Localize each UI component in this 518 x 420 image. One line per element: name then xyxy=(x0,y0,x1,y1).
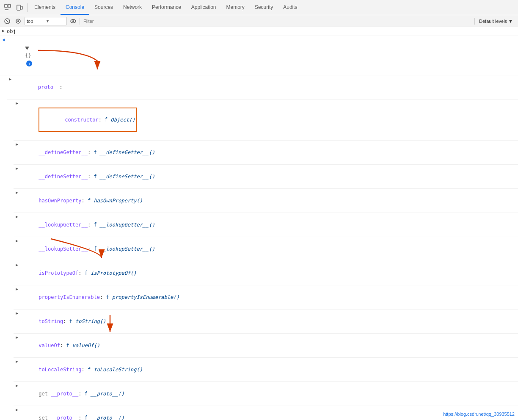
svg-rect-0 xyxy=(5,5,7,7)
filter-separator-2 xyxy=(474,18,475,25)
toLocaleString-arrow[interactable]: ▶ xyxy=(14,358,20,364)
obj-info-badge[interactable]: i xyxy=(26,61,32,66)
defineSetter-content: __defineSetter__: f __defineSetter__() xyxy=(20,165,516,188)
lookupGetter-arrow[interactable]: ▶ xyxy=(14,213,20,219)
svg-rect-3 xyxy=(17,5,20,10)
log-line-constructor-object: ▶ constructor: f Object() xyxy=(14,99,518,141)
svg-point-10 xyxy=(72,20,74,22)
set-proto-arrow[interactable]: ▶ xyxy=(14,406,20,412)
log-line-lookupGetter: ▶ __lookupGetter__: f __lookupGetter__() xyxy=(14,213,518,237)
obj-collapse-triangle[interactable] xyxy=(25,47,29,50)
svg-point-8 xyxy=(17,20,19,22)
context-dropdown-label: top xyxy=(27,19,46,24)
inspect-element-btn[interactable] xyxy=(2,2,14,14)
log-line-valueOf: ▶ valueOf: f valueOf() xyxy=(14,334,518,358)
constructor-object-box: constructor: f Object() xyxy=(39,108,137,132)
tab-elements[interactable]: Elements xyxy=(29,0,61,15)
context-dropdown[interactable]: top ▼ xyxy=(25,17,67,25)
toolbar-divider xyxy=(27,3,28,12)
clear-console-btn[interactable] xyxy=(3,17,12,26)
default-levels-label: Default levels xyxy=(479,19,507,24)
defineGetter-content: __defineGetter__: f __defineGetter__() xyxy=(20,141,516,164)
obj-label: obj xyxy=(7,28,516,35)
eye-icon-btn[interactable] xyxy=(69,17,78,26)
toString-content: toString: f toString() xyxy=(20,310,516,333)
url-bar: https://blog.csdn.net/qq_30935512 xyxy=(443,412,515,417)
back-arrow-obj[interactable]: ◀ xyxy=(0,36,7,42)
svg-rect-1 xyxy=(8,5,11,7)
tab-sources[interactable]: Sources xyxy=(89,0,118,15)
valueOf-arrow[interactable]: ▶ xyxy=(14,334,20,340)
console-toolbar: top ▼ Default levels ▼ xyxy=(0,15,518,27)
default-levels-btn[interactable]: Default levels ▼ xyxy=(477,17,515,25)
log-line-set-proto: ▶ set __proto__: f __proto__() xyxy=(14,406,518,420)
svg-line-6 xyxy=(6,20,8,22)
filter-input[interactable] xyxy=(82,17,473,25)
isPrototypeOf-content: isPrototypeOf: f isPrototypeOf() xyxy=(20,262,516,285)
tab-audits[interactable]: Audits xyxy=(278,0,302,15)
lookupSetter-arrow[interactable]: ▶ xyxy=(14,238,20,243)
propertyIsEnumerable-content: propertyIsEnumerable: f propertyIsEnumer… xyxy=(20,286,516,309)
hasOwnProperty-arrow[interactable]: ▶ xyxy=(14,189,20,195)
log-line-isPrototypeOf: ▶ isPrototypeOf: f isPrototypeOf() xyxy=(14,261,518,285)
tab-console[interactable]: Console xyxy=(61,0,89,15)
set-proto-content: set __proto__: f __proto__() xyxy=(20,406,516,420)
isPrototypeOf-arrow[interactable]: ▶ xyxy=(14,262,20,267)
console-content: ▶ obj ◀ {} i ▶ __proto__: ▶ constructor:… xyxy=(0,27,518,420)
tab-list: Elements Console Sources Network Perform… xyxy=(29,0,516,15)
get-proto-arrow[interactable]: ▶ xyxy=(14,382,20,388)
svg-rect-4 xyxy=(21,6,22,9)
constructor-object-content: constructor: f Object() xyxy=(20,100,516,140)
tab-security[interactable]: Security xyxy=(250,0,278,15)
log-line-obj: ▶ obj xyxy=(0,27,518,36)
propertyIsEnumerable-arrow[interactable]: ▶ xyxy=(14,286,20,291)
log-line-defineGetter: ▶ __defineGetter__: f __defineGetter__() xyxy=(14,141,518,165)
tab-memory[interactable]: Memory xyxy=(221,0,250,15)
log-line-lookupSetter: ▶ __lookupSetter__: f __lookupSetter__() xyxy=(14,237,518,261)
defineGetter-arrow[interactable]: ▶ xyxy=(14,141,20,146)
hasOwnProperty-content: hasOwnProperty: f hasOwnProperty() xyxy=(20,189,516,212)
filter-separator xyxy=(80,18,80,25)
log-line-proto-header: ▶ __proto__: xyxy=(7,75,518,99)
defineSetter-arrow[interactable]: ▶ xyxy=(14,165,20,171)
log-line-get-proto: ▶ get __proto__: f __proto__() xyxy=(14,382,518,406)
filter-btn[interactable] xyxy=(14,17,23,26)
constructor-arrow[interactable]: ▶ xyxy=(14,100,20,105)
log-line-toString: ▶ toString: f toString() xyxy=(14,309,518,334)
log-line-defineSetter: ▶ __defineSetter__: f __defineSetter__() xyxy=(14,165,518,189)
lookupSetter-content: __lookupSetter__: f __lookupSetter__() xyxy=(20,238,516,260)
log-line-hasOwnProperty: ▶ hasOwnProperty: f hasOwnProperty() xyxy=(14,189,518,213)
toLocaleString-content: toLocaleString: f toLocaleString() xyxy=(20,358,516,381)
log-line-propertyIsEnumerable: ▶ propertyIsEnumerable: f propertyIsEnum… xyxy=(14,285,518,309)
tab-performance[interactable]: Performance xyxy=(147,0,186,15)
tab-network[interactable]: Network xyxy=(118,0,147,15)
device-toggle-btn[interactable] xyxy=(14,2,25,14)
expand-arrow-obj[interactable]: ▶ xyxy=(0,28,7,33)
valueOf-content: valueOf: f valueOf() xyxy=(20,334,516,357)
obj-content: {} i xyxy=(7,36,516,75)
url-text: https://blog.csdn.net/qq_30935512 xyxy=(443,412,515,417)
levels-arrow-icon: ▼ xyxy=(508,19,513,24)
proto-arrow[interactable]: ▶ xyxy=(7,76,14,81)
chevron-down-icon: ▼ xyxy=(46,19,65,23)
tab-application[interactable]: Application xyxy=(186,0,221,15)
log-line-obj-bracket: ◀ {} i xyxy=(0,36,518,75)
lookupGetter-content: __lookupGetter__: f __lookupGetter__() xyxy=(20,213,516,236)
devtools-toolbar: Elements Console Sources Network Perform… xyxy=(0,0,518,15)
proto-label: __proto__: xyxy=(14,76,516,99)
get-proto-content: get __proto__: f __proto__() xyxy=(20,382,516,405)
toString-arrow[interactable]: ▶ xyxy=(14,310,20,315)
log-line-toLocaleString: ▶ toLocaleString: f toLocaleString() xyxy=(14,358,518,382)
